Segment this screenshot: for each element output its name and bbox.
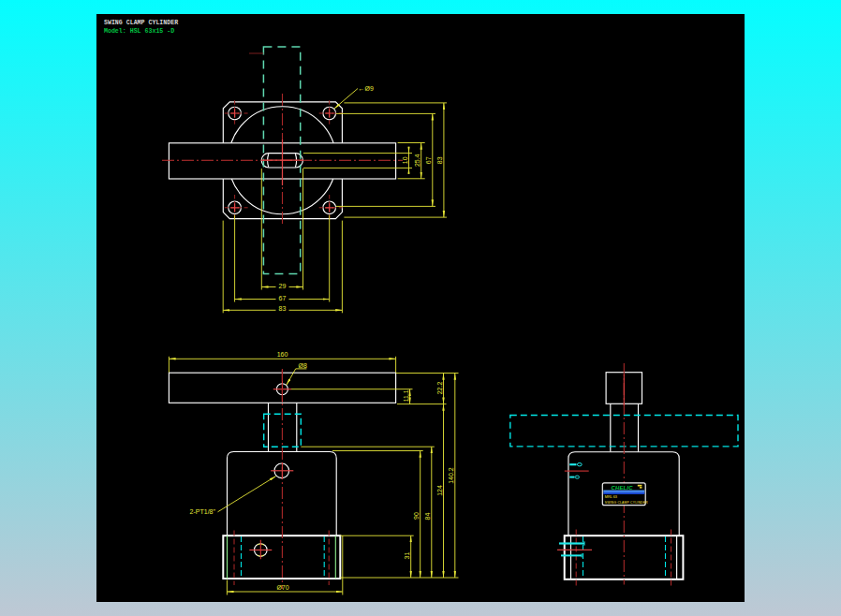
svg-text:Ø70: Ø70 (276, 584, 288, 591)
svg-text:22.2: 22.2 (436, 382, 443, 395)
svg-text:←Ø9: ←Ø9 (359, 85, 374, 92)
svg-text:Ø8: Ø8 (299, 362, 307, 369)
svg-text:Model: HSL 63x15 -D: Model: HSL 63x15 -D (104, 28, 174, 35)
svg-text:25.4: 25.4 (414, 154, 420, 167)
svg-text:SWING CLAMP CYLINDER: SWING CLAMP CYLINDER (104, 20, 178, 26)
svg-text:160: 160 (277, 351, 288, 358)
svg-text:90: 90 (413, 512, 420, 520)
svg-text:10: 10 (402, 156, 408, 164)
svg-text:MRL 63: MRL 63 (605, 495, 617, 499)
svg-text:29: 29 (279, 283, 287, 289)
svg-text:67: 67 (425, 156, 432, 164)
svg-text:84: 84 (424, 513, 431, 521)
svg-text:CHELIC: CHELIC (612, 485, 634, 491)
svg-text:83: 83 (279, 305, 287, 312)
svg-text:124: 124 (436, 485, 443, 496)
svg-text:67: 67 (279, 295, 287, 301)
svg-text:11.1: 11.1 (403, 389, 409, 402)
svg-text:31: 31 (404, 552, 410, 560)
svg-text:SWING CLAMP CYLINDER: SWING CLAMP CYLINDER (605, 501, 648, 505)
svg-text:2-PT1/8": 2-PT1/8" (190, 508, 216, 515)
svg-text:140.2: 140.2 (448, 467, 454, 484)
svg-text:83: 83 (437, 156, 444, 164)
